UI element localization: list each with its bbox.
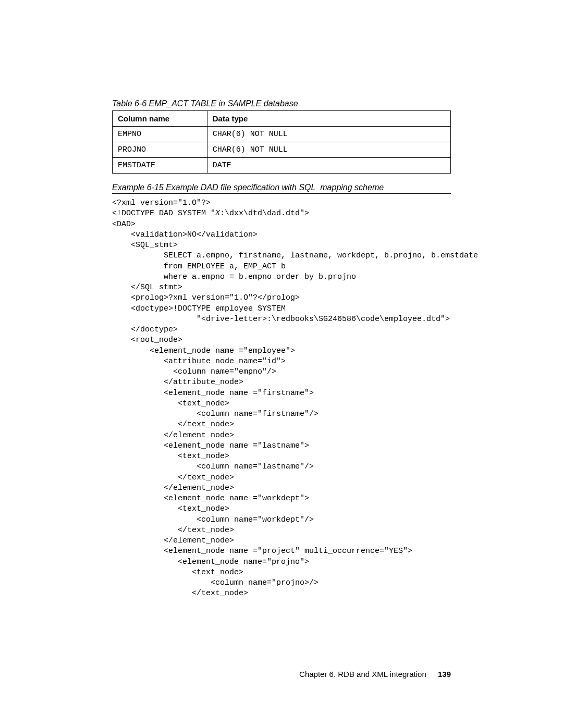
code-line: <column name="workdept"/> xyxy=(112,515,314,524)
code-line: </SQL_stmt> xyxy=(112,283,182,292)
code-line: </doctype> xyxy=(112,325,178,334)
table-cell: DATE xyxy=(207,158,450,174)
code-line: <element_node name="projno"> xyxy=(112,558,309,566)
code-line: <text_node> xyxy=(112,452,229,461)
table-caption: Table 6-6 EMP_ACT TABLE in SAMPLE databa… xyxy=(112,99,451,108)
code-line: <attribute_node name="id"> xyxy=(112,357,286,366)
table-row: PROJNO CHAR(6) NOT NULL xyxy=(113,142,451,158)
code-line: <prolog>?xml version="1.O"?</prolog> xyxy=(112,293,300,302)
table-cell: CHAR(6) NOT NULL xyxy=(207,142,450,158)
code-line: <element_node name ="lastname"> xyxy=(112,441,309,450)
table-cell: PROJNO xyxy=(113,142,207,158)
code-line: <column name="projno>/> xyxy=(112,578,319,587)
code-line: <column name="empno"/> xyxy=(112,367,276,376)
emp-act-table: Column name Data type EMPNO CHAR(6) NOT … xyxy=(112,110,451,174)
page: Table 6-6 EMP_ACT TABLE in SAMPLE databa… xyxy=(0,0,563,728)
table-cell: CHAR(6) NOT NULL xyxy=(207,127,450,142)
code-line: <column name="lastname"/> xyxy=(112,462,314,471)
code-line: </element_node> xyxy=(112,484,234,492)
code-line: </text_node> xyxy=(112,420,234,429)
code-line: </text_node> xyxy=(112,473,234,482)
table-cell: EMSTDATE xyxy=(113,158,207,174)
code-line: </text_node> xyxy=(112,589,248,598)
code-line: "<drive-letter>:\redbooks\SG246586\code\… xyxy=(112,315,450,324)
code-line: <!DOCTYPE DAD SYSTEM "X:\dxx\dtd\dad.dtd… xyxy=(112,209,309,218)
code-line: <element_node name ="project" multi_occu… xyxy=(112,547,412,556)
code-line: <SQL_stmt> xyxy=(112,241,178,250)
code-line: </text_node> xyxy=(112,526,234,535)
code-line: <text_node> xyxy=(112,568,243,577)
code-listing: <?xml version="1.O"?> <!DOCTYPE DAD SYST… xyxy=(112,198,451,599)
table-header-row: Column name Data type xyxy=(113,111,451,127)
code-line: <validation>NO</validation> xyxy=(112,230,258,239)
code-line: <doctype>!DOCTYPE employee SYSTEM xyxy=(112,304,286,313)
code-line: <text_node> xyxy=(112,504,229,513)
footer-chapter: Chapter 6. RDB and XML integration xyxy=(299,670,426,678)
code-line: SELECT a.empno, firstname, lastname, wor… xyxy=(112,251,478,260)
page-footer: Chapter 6. RDB and XML integration 139 xyxy=(299,670,451,678)
table-header-data-type: Data type xyxy=(207,111,450,127)
code-line: <root_node> xyxy=(112,336,182,344)
code-line: </element_node> xyxy=(112,536,234,545)
drive-letter-x: X xyxy=(215,209,220,218)
code-line: <column name="firstname"/> xyxy=(112,410,319,418)
code-line: <element_node name ="firstname"> xyxy=(112,389,314,398)
code-line: where a.empno = b.empno order by b.projn… xyxy=(112,273,356,281)
code-line: <DAD> xyxy=(112,220,136,229)
table-row: EMPNO CHAR(6) NOT NULL xyxy=(113,127,451,142)
footer-page-number: 139 xyxy=(438,670,451,678)
code-line: </attribute_node> xyxy=(112,378,243,387)
table-cell: EMPNO xyxy=(113,127,207,142)
code-line: <?xml version="1.O"?> xyxy=(112,199,211,207)
code-line: <element_node name ="workdept"> xyxy=(112,494,309,503)
example-caption: Example 6-15 Example DAD file specificat… xyxy=(112,183,451,194)
code-line: <element_node name ="employee"> xyxy=(112,347,295,355)
code-line: </element_node> xyxy=(112,431,234,440)
code-line: <text_node> xyxy=(112,399,229,408)
table-header-column-name: Column name xyxy=(113,111,207,127)
code-line: from EMPLOYEE a, EMP_ACT b xyxy=(112,262,286,271)
table-row: EMSTDATE DATE xyxy=(113,158,451,174)
